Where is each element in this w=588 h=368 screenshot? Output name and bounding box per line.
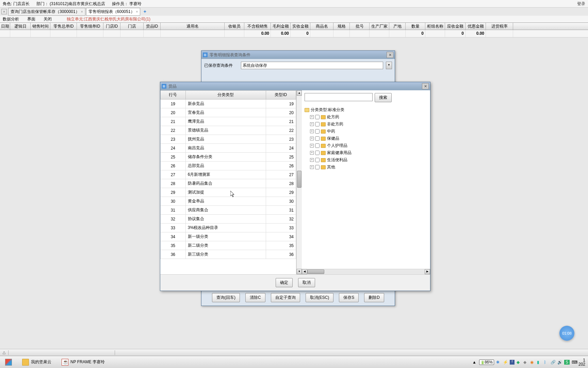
app4-icon[interactable]: ▮	[537, 360, 542, 365]
menu-interface[interactable]: 界面	[27, 16, 35, 22]
tree-checkbox[interactable]	[315, 151, 320, 155]
table-row[interactable]: 30黄金单品30	[161, 197, 296, 206]
ok-button[interactable]: 确定	[276, 278, 293, 287]
col-date[interactable]: 日期	[0, 23, 10, 30]
tree-hscrollbar[interactable]: ◀ ▶	[302, 269, 430, 274]
col-counter[interactable]: 柜组名称	[425, 23, 445, 30]
expand-icon[interactable]: +	[310, 158, 314, 162]
tree-checkbox[interactable]	[315, 129, 320, 134]
tab-inventory[interactable]: 查询门店当前保管帐库存（3000001）×	[8, 8, 85, 16]
shield-icon[interactable]: f	[510, 360, 514, 365]
custom-subquery-button[interactable]: 自定子查询	[271, 293, 300, 302]
col-mfr[interactable]: 生产厂家	[370, 23, 389, 30]
tree-checkbox[interactable]	[315, 143, 320, 148]
expand-icon[interactable]: +	[310, 137, 314, 140]
bluetooth-icon[interactable]: ᛒ	[544, 360, 549, 365]
battery-indicator[interactable]: 🔋86%	[479, 359, 494, 365]
tree-checkbox[interactable]	[315, 165, 320, 169]
scroll-down-button[interactable]: ▼	[297, 269, 302, 274]
col-receivable[interactable]: 应收金额	[445, 23, 466, 30]
table-row[interactable]: 22景德镇竞品22	[161, 126, 296, 135]
tree-item[interactable]: +中药	[305, 128, 427, 135]
col-goods-id[interactable]: 货品ID	[144, 23, 161, 30]
tree-item[interactable]: +生活便利品	[305, 156, 427, 164]
tab-retail-report[interactable]: 零售明细报表（600051）×	[86, 8, 141, 16]
close-all-tabs-button[interactable]: ×	[1, 9, 7, 14]
sync-icon[interactable]: ✱	[496, 360, 501, 365]
col-sale-time[interactable]: 销售时间	[31, 23, 50, 30]
taskbar-image-viewer[interactable]	[1, 357, 16, 367]
tree-search-input[interactable]	[305, 93, 373, 101]
col-product-name[interactable]: 商品名	[310, 23, 333, 30]
dropdown-button[interactable]: ▼	[386, 62, 392, 69]
power-icon[interactable]: ⚡	[503, 360, 508, 365]
login-link[interactable]: 登录	[577, 0, 585, 7]
save-button[interactable]: 保存S	[339, 293, 359, 302]
scroll-up-button[interactable]: ▲	[297, 90, 302, 96]
table-row[interactable]: 21鹰潭竞品21	[161, 117, 296, 126]
table-row[interactable]: 26总部竞品26	[161, 162, 296, 170]
col-profit[interactable]: 毛利金额	[271, 23, 291, 30]
query-button[interactable]: 查询(回车)	[212, 293, 240, 302]
table-row[interactable]: 24南昌竞品24	[161, 144, 296, 153]
category-table[interactable]: 行号 分类类型 类型ID 19新余竞品1920宜春竞品2021鹰潭竞品2122景…	[160, 90, 296, 259]
search-button[interactable]: 搜索	[375, 93, 392, 102]
delete-button[interactable]: 删除D	[364, 293, 384, 302]
new-tab-button[interactable]: ✦	[141, 9, 149, 14]
taskbar-npframe[interactable]: NP FRAME 李赛玲	[58, 357, 109, 367]
close-button[interactable]: ✕	[387, 52, 393, 58]
tree-item[interactable]: +家庭健康用品	[305, 149, 427, 156]
th-row[interactable]: 行号	[161, 91, 186, 99]
expand-icon[interactable]: +	[310, 129, 314, 133]
cancel-button[interactable]: 取消	[298, 278, 315, 287]
hscroll-thumb[interactable]	[307, 270, 324, 274]
tree-item[interactable]: +保健品	[305, 135, 427, 142]
taskbar[interactable]: 我的坚果云 NP FRAME 李赛玲 ▲ 🔋86% ✱ ⚡ f ◆ ◆ ◉ ▮ …	[0, 356, 588, 368]
tree-item[interactable]: +其他	[305, 164, 427, 171]
tree-item[interactable]: +个人护理品	[305, 142, 427, 149]
tree-checkbox[interactable]	[315, 158, 320, 162]
saved-condition-input[interactable]	[241, 62, 383, 69]
dialog-titlebar[interactable]: ⊞ 货品 ✕	[160, 82, 430, 90]
menu-close[interactable]: 关闭	[44, 16, 52, 22]
col-logic-date[interactable]: 逻辑日	[10, 23, 31, 30]
table-row[interactable]: 36新三级分类36	[161, 250, 296, 259]
col-store-id[interactable]: 门店ID	[103, 23, 120, 30]
col-origin[interactable]: 产地	[389, 23, 406, 30]
tray-up-icon[interactable]: ▲	[472, 360, 477, 365]
expand-icon[interactable]: +	[310, 115, 314, 119]
system-tray[interactable]: ▲ 🔋86% ✱ ⚡ f ◆ ◆ ◉ ▮ ᛒ 🔗 🔊 S ⌨ 1202	[472, 358, 587, 366]
col-spec[interactable]: 规格	[333, 23, 350, 30]
col-cashier[interactable]: 收银员	[225, 23, 244, 30]
scroll-right-button[interactable]: ▶	[425, 269, 430, 274]
network-icon[interactable]: 🔗	[551, 360, 555, 365]
menu-data-analysis[interactable]: 数据分析	[3, 16, 19, 22]
keyboard-icon[interactable]: ⌨	[572, 360, 576, 365]
expand-icon[interactable]: +	[310, 122, 314, 126]
app2-icon[interactable]: ◆	[523, 360, 528, 365]
table-row[interactable]: 28防暑药品集合28	[161, 179, 296, 188]
expand-icon[interactable]: +	[310, 144, 314, 148]
tree-checkbox[interactable]	[315, 136, 320, 141]
expand-icon[interactable]: +	[310, 151, 314, 155]
tree-checkbox[interactable]	[315, 122, 320, 126]
col-generic-name[interactable]: 通用名	[161, 23, 225, 30]
tree-root[interactable]: 分类类型:标准分类	[305, 106, 427, 113]
cancel-esc-button[interactable]: 取消(ESC)	[306, 293, 334, 302]
scroll-left-button[interactable]: ◀	[302, 269, 307, 274]
col-notax-sale[interactable]: 不含税销售	[244, 23, 271, 30]
th-typeid[interactable]: 类型ID	[266, 91, 296, 99]
app1-icon[interactable]: ◆	[517, 360, 521, 365]
col-intax[interactable]: 进货税率	[486, 23, 513, 30]
category-tree[interactable]: 分类类型:标准分类 +处方药+非处方药+中药+保健品+个人护理品+家庭健康用品+…	[302, 105, 430, 269]
table-scrollbar[interactable]: ▲ ▼	[296, 90, 302, 274]
col-batch[interactable]: 批号	[350, 23, 370, 30]
volume-icon[interactable]: 🔊	[557, 360, 562, 365]
scroll-thumb[interactable]	[297, 171, 301, 188]
ime-icon[interactable]: S	[564, 360, 570, 365]
close-button[interactable]: ✕	[422, 83, 429, 89]
table-row[interactable]: 32协议集合32	[161, 215, 296, 224]
tree-item[interactable]: +非处方药	[305, 121, 427, 128]
tree-checkbox[interactable]	[315, 115, 320, 119]
dialog-titlebar[interactable]: ⊞ 零售明细报表查询条件 ✕	[201, 51, 395, 59]
